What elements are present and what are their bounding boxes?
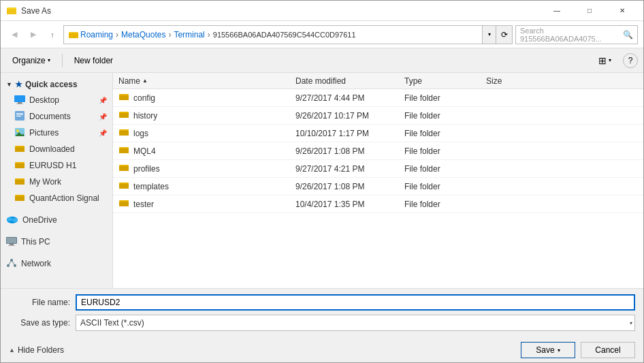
desktop-icon <box>14 95 25 106</box>
svg-rect-11 <box>16 114 23 115</box>
up-button[interactable]: ↑ <box>44 27 61 43</box>
view-button[interactable]: ⊞ ▾ <box>592 52 617 69</box>
sort-icon: ▲ <box>142 78 148 84</box>
sidebar-item-downloaded[interactable]: Downloaded <box>1 141 112 157</box>
new-folder-label: New folder <box>74 56 113 65</box>
svg-rect-23 <box>15 180 25 185</box>
help-button[interactable]: ? <box>623 53 638 68</box>
forward-button[interactable]: ▶ <box>25 27 42 43</box>
back-button[interactable]: ◀ <box>6 27 22 43</box>
svg-rect-5 <box>69 32 72 33</box>
organize-label: Organize <box>12 56 46 65</box>
svg-rect-53 <box>119 166 129 171</box>
file-name-input[interactable] <box>76 294 635 311</box>
svg-rect-33 <box>10 244 14 245</box>
cell-date: 9/26/2017 10:17 PM <box>290 111 399 121</box>
svg-rect-24 <box>16 178 18 180</box>
svg-point-14 <box>16 129 19 132</box>
quick-access-star-icon: ★ <box>15 80 22 89</box>
breadcrumb-roaming[interactable]: Roaming <box>80 30 113 40</box>
breadcrumb-dropdown[interactable]: ▾ <box>483 25 496 44</box>
svg-line-39 <box>12 260 15 266</box>
new-folder-button[interactable]: New folder <box>68 52 119 69</box>
title-bar: Save As — □ ✕ <box>1 1 643 21</box>
cell-type: File folder <box>399 182 481 191</box>
close-button[interactable]: ✕ <box>607 1 638 21</box>
toolbar: Organize ▾ New folder ⊞ ▾ ? <box>1 48 643 73</box>
quantaction-icon <box>14 193 25 204</box>
pin-icon: 📌 <box>99 97 107 104</box>
folder-row-icon <box>118 180 129 192</box>
sidebar-item-eurusd[interactable]: EURUSD H1 <box>1 157 112 174</box>
table-row[interactable]: config 9/27/2017 4:44 PM File folder <box>113 89 643 107</box>
col-header-date[interactable]: Date modified <box>290 73 399 89</box>
cancel-button[interactable]: Cancel <box>581 342 635 358</box>
search-placeholder: Search 915566BA06ADA4075... <box>520 27 622 43</box>
organize-button[interactable]: Organize ▾ <box>6 52 57 69</box>
sidebar-divider2 <box>1 228 112 234</box>
cell-name: logs <box>113 127 290 139</box>
maximize-button[interactable]: □ <box>574 1 605 21</box>
sidebar-item-thispc[interactable]: This PC <box>1 234 112 250</box>
file-type-select-wrapper: ASCII Text (*.csv) ▾ <box>76 315 635 331</box>
svg-rect-27 <box>16 195 18 196</box>
breadcrumb-metaquotes[interactable]: MetaQuotes <box>121 30 165 40</box>
save-button[interactable]: Save ▾ <box>521 342 575 358</box>
svg-rect-51 <box>120 147 123 148</box>
pin-icon-docs: 📌 <box>99 113 107 121</box>
sidebar-item-onedrive[interactable]: OneDrive <box>1 212 112 228</box>
cell-type: File folder <box>399 164 481 174</box>
save-dropdown-icon: ▾ <box>558 347 560 353</box>
table-row[interactable]: profiles 9/27/2017 4:21 PM File folder <box>113 160 643 178</box>
refresh-button[interactable]: ⟳ <box>496 25 513 44</box>
file-type-select[interactable]: ASCII Text (*.csv) <box>76 315 635 331</box>
back-icon: ◀ <box>12 30 17 39</box>
breadcrumb-terminal[interactable]: Terminal <box>174 30 204 40</box>
col-header-type[interactable]: Type <box>399 73 481 89</box>
sidebar-item-quantaction[interactable]: QuantAction Signal <box>1 190 112 206</box>
sidebar-item-documents[interactable]: Documents 📌 <box>1 108 112 125</box>
cell-type: File folder <box>399 111 481 121</box>
help-icon: ? <box>628 56 633 65</box>
sidebar-item-pictures[interactable]: Pictures 📌 <box>1 125 112 141</box>
cell-date: 9/26/2017 1:08 PM <box>290 182 399 191</box>
main-area: ▼ ★ Quick access Desktop 📌 Documents 📌 <box>1 73 643 288</box>
table-row[interactable]: MQL4 9/26/2017 1:08 PM File folder <box>113 142 643 160</box>
list-header: Name ▲ Date modified Type Size <box>113 73 643 89</box>
view-icon: ⊞ <box>598 55 607 66</box>
svg-rect-8 <box>16 104 23 104</box>
table-row[interactable]: tester 10/4/2017 1:35 PM File folder <box>113 195 643 213</box>
cell-date: 9/27/2017 4:44 PM <box>290 93 399 103</box>
search-bar[interactable]: Search 915566BA06ADA4075... 🔍 <box>515 25 638 44</box>
hide-folders-button[interactable]: ▲ Hide Folders <box>9 342 515 358</box>
table-row[interactable]: logs 10/10/2017 1:17 PM File folder <box>113 125 643 142</box>
col-header-name[interactable]: Name ▲ <box>113 73 290 89</box>
svg-rect-57 <box>120 183 123 184</box>
dialog-icon <box>6 5 17 16</box>
svg-point-29 <box>7 217 12 221</box>
sidebar-item-desktop[interactable]: Desktop 📌 <box>1 92 112 108</box>
sidebar-item-mywork[interactable]: My Work <box>1 174 112 190</box>
breadcrumb[interactable]: Roaming › MetaQuotes › Terminal › 915566… <box>63 25 483 44</box>
sidebar-item-downloaded-label: Downloaded <box>29 144 107 154</box>
svg-rect-59 <box>119 202 129 206</box>
eurusd-icon <box>14 160 25 172</box>
table-row[interactable]: history 9/26/2017 10:17 PM File folder <box>113 107 643 125</box>
quick-access-collapse-icon: ▼ <box>6 81 12 88</box>
sidebar-item-pictures-label: Pictures <box>29 128 95 138</box>
svg-rect-45 <box>120 112 123 113</box>
quick-access-header[interactable]: ▼ ★ Quick access <box>1 76 112 92</box>
sidebar-divider3 <box>1 250 112 255</box>
cell-type: File folder <box>399 200 481 209</box>
cell-name: templates <box>113 180 290 192</box>
col-header-size[interactable]: Size <box>481 73 535 89</box>
svg-rect-2 <box>7 7 11 9</box>
bottom-bar: File name: Save as type: ASCII Text (*.c… <box>1 288 643 336</box>
svg-rect-50 <box>119 148 129 153</box>
save-label: Save <box>536 345 554 355</box>
sidebar-item-network[interactable]: Network <box>1 255 112 272</box>
sidebar: ▼ ★ Quick access Desktop 📌 Documents 📌 <box>1 73 113 288</box>
minimize-button[interactable]: — <box>541 1 573 21</box>
table-row[interactable]: templates 9/26/2017 1:08 PM File folder <box>113 178 643 195</box>
hide-folders-icon: ▲ <box>9 347 15 353</box>
